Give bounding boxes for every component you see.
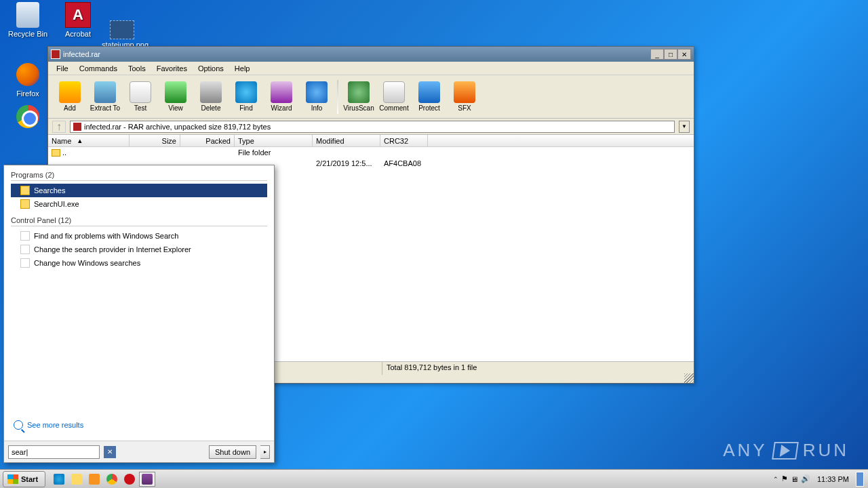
acrobat-icon[interactable]: AAcrobat <box>54 0 102 38</box>
find-button[interactable]: Find <box>229 77 264 117</box>
extract-button[interactable]: Extract To <box>87 77 123 117</box>
tray-expand-icon[interactable]: ⌃ <box>773 476 778 483</box>
archive-icon <box>73 123 81 131</box>
taskbar-ie[interactable] <box>51 472 67 487</box>
folder-icon <box>20 186 30 195</box>
col-type[interactable]: Type <box>235 135 313 146</box>
comment-button[interactable]: Comment <box>376 77 412 117</box>
folder-icon <box>52 149 60 157</box>
file-row-up[interactable]: .. File folder <box>48 147 694 158</box>
cp-icon <box>20 258 30 268</box>
virusscan-button[interactable]: VirusScan <box>341 77 376 117</box>
desktop-file-statejump[interactable]: statejump.png <box>102 20 142 49</box>
list-header: Name ▴ Size Packed Type Modified CRC32 <box>48 135 694 147</box>
show-desktop-button[interactable] <box>856 472 864 487</box>
toolbar: Add Extract To Test View Delete Find Wiz… <box>48 75 694 119</box>
program-searchui[interactable]: SearchUI.exe <box>11 197 267 211</box>
taskbar-chrome[interactable] <box>104 472 120 487</box>
clear-search-button[interactable]: ✕ <box>104 446 116 458</box>
see-more-results[interactable]: See more results <box>14 420 83 430</box>
tray-volume-icon[interactable]: 🔊 <box>801 474 810 483</box>
play-icon <box>779 445 791 457</box>
taskbar-opera[interactable] <box>121 472 138 487</box>
col-modified[interactable]: Modified <box>313 135 380 146</box>
tray-clock[interactable]: 11:33 PM <box>813 475 853 483</box>
path-input[interactable]: infected.rar - RAR archive, unpacked siz… <box>70 121 675 133</box>
menu-options[interactable]: Options <box>193 63 229 74</box>
search-icon <box>14 420 23 430</box>
info-button[interactable]: Info <box>299 77 334 117</box>
taskbar-explorer[interactable] <box>68 472 85 487</box>
start-menu: Programs (2) Searches SearchUI.exe Contr… <box>3 165 275 463</box>
maximize-button[interactable]: □ <box>664 49 677 60</box>
tray-network-icon[interactable]: 🖥 <box>791 475 798 483</box>
cp-icon <box>20 231 30 241</box>
menubar: File Commands Tools Favorites Options He… <box>48 62 694 75</box>
delete-button[interactable]: Delete <box>193 77 229 117</box>
menu-favorites[interactable]: Favorites <box>151 63 193 74</box>
cp-item-1[interactable]: Find and fix problems with Windows Searc… <box>11 229 267 243</box>
protect-button[interactable]: Protect <box>412 77 447 117</box>
resize-handle[interactable] <box>684 373 694 383</box>
path-dropdown-button[interactable]: ▼ <box>679 121 690 133</box>
close-button[interactable]: ✕ <box>677 49 691 60</box>
controlpanel-section-title: Control Panel (12) <box>11 216 267 226</box>
shutdown-options-button[interactable]: ▸ <box>260 445 270 459</box>
taskbar: Start ⌃ ⚑ 🖥 🔊 11:33 PM <box>0 469 868 488</box>
taskbar-wmp[interactable] <box>86 472 102 487</box>
cp-item-3[interactable]: Change how Windows searches <box>11 256 267 270</box>
menu-tools[interactable]: Tools <box>123 63 151 74</box>
window-title: infected.rar <box>63 50 100 58</box>
recycle-bin-icon[interactable]: Recycle Bin <box>4 1 52 38</box>
wizard-button[interactable]: Wizard <box>264 77 299 117</box>
cp-icon <box>20 245 30 254</box>
test-button[interactable]: Test <box>123 77 158 117</box>
start-search-input[interactable]: sear| <box>8 445 100 459</box>
add-button[interactable]: Add <box>52 77 87 117</box>
windows-logo-icon <box>7 474 18 484</box>
exe-icon <box>20 199 30 209</box>
system-tray: ⌃ ⚑ 🖥 🔊 11:33 PM <box>769 470 868 488</box>
status-text: Total 819,712 bytes in 1 file <box>382 362 694 375</box>
menu-commands[interactable]: Commands <box>74 63 123 74</box>
firefox-icon[interactable]: Firefox <box>4 61 52 98</box>
view-button[interactable]: View <box>158 77 193 117</box>
tray-flag-icon[interactable]: ⚑ <box>781 474 788 483</box>
cp-item-2[interactable]: Change the search provider in Internet E… <box>11 243 267 256</box>
menu-file[interactable]: File <box>51 63 74 74</box>
sfx-button[interactable]: SFX <box>447 77 482 117</box>
col-size[interactable]: Size <box>130 135 180 146</box>
chrome-icon[interactable] <box>4 103 52 130</box>
taskbar-winrar[interactable] <box>139 472 155 487</box>
shutdown-button[interactable]: Shut down <box>209 445 256 459</box>
col-packed[interactable]: Packed <box>180 135 235 146</box>
winrar-app-icon <box>51 49 60 59</box>
programs-section-title: Programs (2) <box>11 171 267 181</box>
col-name[interactable]: Name ▴ <box>48 135 130 146</box>
col-crc[interactable]: CRC32 <box>380 135 428 146</box>
titlebar[interactable]: infected.rar _ □ ✕ <box>48 47 694 62</box>
start-button[interactable]: Start <box>3 471 45 487</box>
minimize-button[interactable]: _ <box>650 49 664 60</box>
program-searches[interactable]: Searches <box>11 184 267 197</box>
up-arrow-button[interactable]: ↑ <box>52 121 66 133</box>
anyrun-watermark: ANY RUN <box>723 440 849 461</box>
menu-help[interactable]: Help <box>229 63 256 74</box>
pathbar: ↑ infected.rar - RAR archive, unpacked s… <box>48 119 694 135</box>
